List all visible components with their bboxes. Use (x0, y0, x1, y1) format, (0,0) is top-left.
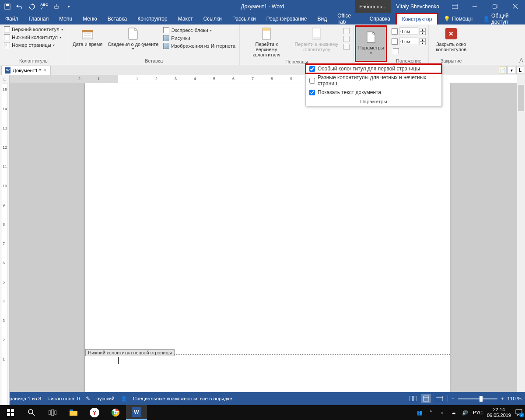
tab-menu-ru[interactable]: Меню (77, 13, 102, 24)
tab-mailings[interactable]: Рассылки (227, 13, 261, 24)
footer-from-bottom-input[interactable] (399, 38, 418, 45)
spin-down[interactable]: ▾ (420, 42, 426, 45)
group-navigation: Перейти к верхнему колонтитулу Перейти к… (240, 24, 354, 65)
file-explorer-button[interactable] (63, 405, 84, 420)
spin-up[interactable]: ▴ (420, 38, 426, 42)
tell-me-button[interactable]: 💡Помощн (438, 13, 478, 24)
redo-icon[interactable] (28, 3, 36, 10)
tray-expand-icon[interactable]: ˄ (427, 409, 434, 416)
task-view-button[interactable] (42, 405, 63, 420)
qat-customize-icon[interactable]: ▾ (65, 3, 73, 10)
svg-rect-2 (55, 6, 58, 8)
tab-help[interactable]: Справка (364, 13, 396, 24)
chrome-button[interactable] (105, 405, 126, 420)
document-icon (126, 27, 140, 41)
chevron-down-icon: ▾ (60, 35, 61, 39)
status-words[interactable]: Число слов: 0 (47, 396, 80, 401)
scroll-thumb[interactable] (518, 85, 524, 111)
goto-footer-icon (309, 27, 323, 41)
header-from-top-input[interactable] (399, 28, 418, 35)
zoom-slider[interactable] (458, 398, 497, 399)
footer-label: Нижний колонтитул (12, 35, 58, 40)
bluetooth-icon[interactable]: ᚼ (439, 409, 446, 416)
quick-parts-button[interactable]: Экспресс-блоки▾ (162, 27, 237, 34)
tab-menu-en[interactable]: Menu (54, 13, 77, 24)
tab-header-footer-design[interactable]: Конструктор (396, 13, 438, 24)
volume-icon[interactable]: 🔊 (462, 409, 469, 416)
tab-design[interactable]: Конструктор (132, 13, 172, 24)
option-different-first-page[interactable]: Особый колонтитул для первой страницы (305, 63, 442, 74)
zoom-knob[interactable] (480, 396, 483, 402)
read-mode-icon[interactable] (408, 394, 418, 403)
spellcheck-icon[interactable]: ABC✓ (40, 3, 48, 10)
input-language[interactable]: РУС (473, 410, 483, 415)
save-icon[interactable] (4, 3, 11, 10)
prev-icon (343, 28, 350, 34)
header-dropdown[interactable]: Верхний колонтитул▾ (3, 26, 65, 33)
status-bar: Страница 1 из 8 Число слов: 0 ✎ русский … (0, 392, 525, 405)
ribbon-display-icon[interactable] (444, 0, 465, 13)
tab-view[interactable]: Вид (312, 13, 332, 24)
tab-pin-button[interactable]: L (516, 66, 524, 74)
zoom-out-button[interactable]: − (452, 396, 455, 401)
start-button[interactable] (0, 405, 21, 420)
zoom-level[interactable]: 110 % (507, 396, 522, 401)
close-tab-icon[interactable]: × (43, 68, 47, 73)
status-accessibility[interactable]: Специальные возможности: все в порядке (133, 396, 232, 401)
system-tray: 👥 ˄ ᚼ ☁ 🔊 РУС 22:14 06.05.2019 2 (416, 405, 525, 420)
page-1[interactable]: Нижний колонтитул первой страницы (85, 83, 450, 405)
zoom-in-button[interactable]: + (501, 396, 504, 401)
collapse-ribbon-icon[interactable]: ⋀ (519, 57, 523, 63)
minimize-button[interactable] (465, 0, 485, 13)
doc-tab[interactable]: W Документ1 * × (1, 66, 51, 75)
people-icon[interactable]: 👥 (416, 409, 423, 416)
tab-file[interactable]: Файл (0, 13, 24, 24)
footer-dropdown[interactable]: Нижний колонтитул▾ (3, 34, 65, 41)
svg-rect-16 (424, 396, 429, 401)
close-button[interactable] (505, 0, 525, 13)
goto-header-button[interactable]: Перейти к верхнему колонтитулу (242, 26, 290, 58)
action-center-icon[interactable]: 2 (515, 409, 522, 416)
vertical-ruler[interactable]: 151413121110987654321 (0, 83, 10, 405)
new-tab-button[interactable]: 📄 (499, 66, 507, 74)
quick-access-toolbar: ABC✓ ▾ (0, 3, 73, 10)
tab-references[interactable]: Ссылки (198, 13, 227, 24)
spin-down[interactable]: ▾ (420, 32, 426, 35)
onedrive-icon[interactable]: ☁ (450, 409, 457, 416)
ruler-corner[interactable]: ∟ (0, 75, 10, 83)
share-button[interactable]: 👤Общий доступ (478, 13, 525, 24)
footer-pos-icon (392, 38, 398, 45)
align-tab-button[interactable] (392, 48, 426, 55)
tab-officetab[interactable]: Office Tab (332, 13, 364, 24)
page-number-icon: # (4, 42, 10, 48)
search-button[interactable] (21, 405, 42, 420)
undo-icon[interactable] (16, 3, 24, 10)
online-pictures-button[interactable]: Изображения из Интернета (162, 42, 237, 49)
touch-mode-icon[interactable] (52, 3, 60, 10)
doc-info-button[interactable]: Сведения о документе▾ (106, 26, 160, 52)
spin-up[interactable]: ▴ (420, 28, 426, 32)
web-layout-icon[interactable] (434, 394, 444, 403)
close-header-footer-button[interactable]: ✕ Закрыть окно колонтитулов (431, 26, 471, 53)
tab-review[interactable]: Рецензирование (261, 13, 312, 24)
tab-options-button[interactable]: ▾ (508, 66, 515, 74)
word-button[interactable]: W (126, 405, 147, 420)
maximize-button[interactable] (485, 0, 505, 13)
option-show-document-text[interactable]: Показать текст документа (306, 88, 441, 97)
tray-clock[interactable]: 22:14 06.05.2019 (487, 407, 511, 418)
pictures-button[interactable]: Рисунки (162, 35, 237, 42)
status-language[interactable]: русский (96, 396, 114, 401)
page-number-dropdown[interactable]: #Номер страницы▾ (3, 42, 65, 49)
yandex-browser-button[interactable]: Y (84, 405, 105, 420)
user-name[interactable]: Vitaly Shevchenko (391, 0, 444, 13)
tab-insert[interactable]: Вставка (102, 13, 133, 24)
tab-layout[interactable]: Макет (173, 13, 198, 24)
options-button[interactable]: Параметры ▾ (355, 25, 387, 62)
option-different-odd-even[interactable]: Разные колонтитулы для четных и нечетных… (306, 73, 441, 88)
document-canvas[interactable]: Нижний колонтитул первой страницы (10, 83, 517, 405)
date-time-button[interactable]: Дата и время (71, 26, 104, 52)
proofing-icon[interactable]: ✎ (86, 396, 90, 402)
tab-home[interactable]: Главная (24, 13, 54, 24)
vertical-scrollbar[interactable] (517, 75, 525, 405)
print-layout-icon[interactable] (421, 394, 431, 403)
